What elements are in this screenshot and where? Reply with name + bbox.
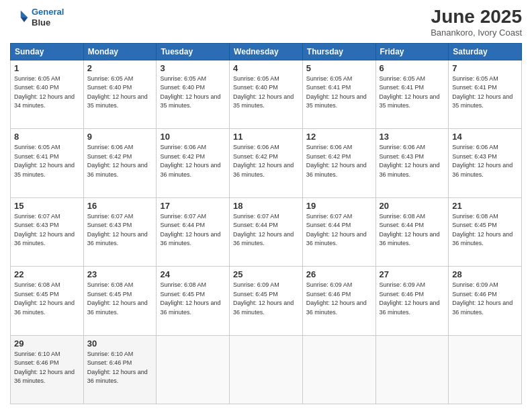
col-saturday: Saturday <box>449 43 522 60</box>
logo-line2: Blue <box>32 17 64 28</box>
day-info: Sunrise: 6:05 AMSunset: 6:40 PMDaylight:… <box>87 75 153 111</box>
day-info: Sunrise: 6:05 AMSunset: 6:40 PMDaylight:… <box>233 75 299 111</box>
calendar-cell: 3Sunrise: 6:05 AMSunset: 6:40 PMDaylight… <box>157 60 230 128</box>
calendar-cell: 16Sunrise: 6:07 AMSunset: 6:43 PMDayligh… <box>83 197 157 266</box>
location: Banankoro, Ivory Coast <box>431 28 522 38</box>
day-info: Sunrise: 6:08 AMSunset: 6:45 PMDaylight:… <box>14 281 80 317</box>
calendar-cell: 30Sunrise: 6:10 AMSunset: 6:46 PMDayligh… <box>83 335 157 404</box>
day-number: 13 <box>380 132 445 142</box>
col-tuesday: Tuesday <box>157 43 230 60</box>
calendar-cell: 22Sunrise: 6:08 AMSunset: 6:45 PMDayligh… <box>11 267 84 335</box>
logo-line1: General <box>32 7 64 17</box>
calendar-cell: 29Sunrise: 6:10 AMSunset: 6:46 PMDayligh… <box>11 335 84 404</box>
calendar-cell: 19Sunrise: 6:07 AMSunset: 6:44 PMDayligh… <box>302 197 375 266</box>
day-number: 29 <box>14 338 80 349</box>
day-number: 11 <box>233 132 299 142</box>
day-number: 2 <box>87 63 153 73</box>
calendar-cell <box>449 335 522 404</box>
day-info: Sunrise: 6:08 AMSunset: 6:45 PMDaylight:… <box>160 281 226 317</box>
day-info: Sunrise: 6:05 AMSunset: 6:40 PMDaylight:… <box>14 75 80 111</box>
header-row: Sunday Monday Tuesday Wednesday Thursday… <box>11 43 522 60</box>
day-info: Sunrise: 6:08 AMSunset: 6:44 PMDaylight:… <box>380 212 445 248</box>
calendar-cell <box>157 335 230 404</box>
calendar-cell: 5Sunrise: 6:05 AMSunset: 6:41 PMDaylight… <box>302 60 375 128</box>
calendar-cell: 28Sunrise: 6:09 AMSunset: 6:46 PMDayligh… <box>449 267 522 335</box>
day-number: 21 <box>452 201 518 211</box>
calendar-cell: 13Sunrise: 6:06 AMSunset: 6:43 PMDayligh… <box>375 129 449 197</box>
day-info: Sunrise: 6:05 AMSunset: 6:41 PMDaylight:… <box>14 143 80 179</box>
day-number: 17 <box>160 201 226 211</box>
day-info: Sunrise: 6:09 AMSunset: 6:46 PMDaylight:… <box>380 281 445 317</box>
calendar-cell <box>302 335 375 404</box>
col-sunday: Sunday <box>11 43 84 60</box>
calendar-cell: 15Sunrise: 6:07 AMSunset: 6:43 PMDayligh… <box>11 197 84 266</box>
calendar-cell: 24Sunrise: 6:08 AMSunset: 6:45 PMDayligh… <box>157 267 230 335</box>
day-number: 19 <box>306 201 372 211</box>
day-number: 25 <box>233 269 299 279</box>
calendar-cell: 11Sunrise: 6:06 AMSunset: 6:42 PMDayligh… <box>230 129 303 197</box>
calendar-cell: 17Sunrise: 6:07 AMSunset: 6:44 PMDayligh… <box>157 197 230 266</box>
logo: General Blue <box>10 7 64 28</box>
calendar-cell: 14Sunrise: 6:06 AMSunset: 6:43 PMDayligh… <box>449 129 522 197</box>
calendar-cell: 9Sunrise: 6:06 AMSunset: 6:42 PMDaylight… <box>83 129 157 197</box>
day-info: Sunrise: 6:06 AMSunset: 6:42 PMDaylight:… <box>306 143 372 179</box>
day-info: Sunrise: 6:06 AMSunset: 6:42 PMDaylight:… <box>87 143 153 179</box>
day-number: 8 <box>14 132 80 142</box>
calendar-header: Sunday Monday Tuesday Wednesday Thursday… <box>11 43 522 60</box>
month-title: June 2025 <box>431 7 522 28</box>
title-area: June 2025 Banankoro, Ivory Coast <box>431 7 522 38</box>
day-info: Sunrise: 6:09 AMSunset: 6:46 PMDaylight:… <box>306 281 372 317</box>
calendar-table: Sunday Monday Tuesday Wednesday Thursday… <box>10 43 522 404</box>
day-number: 30 <box>87 338 153 349</box>
calendar-cell: 6Sunrise: 6:05 AMSunset: 6:41 PMDaylight… <box>375 60 449 128</box>
day-number: 1 <box>14 63 80 73</box>
header: General Blue June 2025 Banankoro, Ivory … <box>10 7 522 38</box>
day-number: 7 <box>452 63 518 73</box>
calendar-cell: 2Sunrise: 6:05 AMSunset: 6:40 PMDaylight… <box>83 60 157 128</box>
day-number: 20 <box>380 201 445 211</box>
day-number: 24 <box>160 269 226 279</box>
day-number: 23 <box>87 269 153 279</box>
day-info: Sunrise: 6:05 AMSunset: 6:41 PMDaylight:… <box>306 75 372 111</box>
calendar-cell: 27Sunrise: 6:09 AMSunset: 6:46 PMDayligh… <box>375 267 449 335</box>
calendar-cell <box>230 335 303 404</box>
day-info: Sunrise: 6:06 AMSunset: 6:42 PMDaylight:… <box>160 143 226 179</box>
col-friday: Friday <box>375 43 449 60</box>
day-number: 14 <box>452 132 518 142</box>
day-info: Sunrise: 6:08 AMSunset: 6:45 PMDaylight:… <box>87 281 153 317</box>
day-number: 22 <box>14 269 80 279</box>
calendar-cell: 20Sunrise: 6:08 AMSunset: 6:44 PMDayligh… <box>375 197 449 266</box>
calendar-cell: 21Sunrise: 6:08 AMSunset: 6:45 PMDayligh… <box>449 197 522 266</box>
calendar-cell: 7Sunrise: 6:05 AMSunset: 6:41 PMDaylight… <box>449 60 522 128</box>
calendar-cell: 1Sunrise: 6:05 AMSunset: 6:40 PMDaylight… <box>11 60 84 128</box>
day-info: Sunrise: 6:07 AMSunset: 6:44 PMDaylight:… <box>306 212 372 248</box>
calendar-cell: 26Sunrise: 6:09 AMSunset: 6:46 PMDayligh… <box>302 267 375 335</box>
day-info: Sunrise: 6:06 AMSunset: 6:43 PMDaylight:… <box>380 143 445 179</box>
day-number: 18 <box>233 201 299 211</box>
day-number: 9 <box>87 132 153 142</box>
calendar-body: 1Sunrise: 6:05 AMSunset: 6:40 PMDaylight… <box>11 60 522 404</box>
day-number: 15 <box>14 201 80 211</box>
day-number: 3 <box>160 63 226 73</box>
day-info: Sunrise: 6:06 AMSunset: 6:43 PMDaylight:… <box>452 143 518 179</box>
calendar-cell <box>375 335 449 404</box>
day-number: 26 <box>306 269 372 279</box>
calendar-cell: 4Sunrise: 6:05 AMSunset: 6:40 PMDaylight… <box>230 60 303 128</box>
day-number: 10 <box>160 132 226 142</box>
logo-icon <box>10 8 29 27</box>
day-info: Sunrise: 6:07 AMSunset: 6:44 PMDaylight:… <box>160 212 226 248</box>
day-info: Sunrise: 6:09 AMSunset: 6:46 PMDaylight:… <box>452 281 518 317</box>
day-info: Sunrise: 6:07 AMSunset: 6:43 PMDaylight:… <box>14 212 80 248</box>
col-thursday: Thursday <box>302 43 375 60</box>
day-info: Sunrise: 6:09 AMSunset: 6:45 PMDaylight:… <box>233 281 299 317</box>
day-number: 28 <box>452 269 518 279</box>
day-info: Sunrise: 6:05 AMSunset: 6:41 PMDaylight:… <box>380 75 445 111</box>
day-info: Sunrise: 6:07 AMSunset: 6:43 PMDaylight:… <box>87 212 153 248</box>
day-info: Sunrise: 6:06 AMSunset: 6:42 PMDaylight:… <box>233 143 299 179</box>
calendar-week-3: 15Sunrise: 6:07 AMSunset: 6:43 PMDayligh… <box>11 197 522 266</box>
day-info: Sunrise: 6:07 AMSunset: 6:44 PMDaylight:… <box>233 212 299 248</box>
day-number: 5 <box>306 63 372 73</box>
page: General Blue June 2025 Banankoro, Ivory … <box>0 0 532 411</box>
col-wednesday: Wednesday <box>230 43 303 60</box>
calendar-cell: 10Sunrise: 6:06 AMSunset: 6:42 PMDayligh… <box>157 129 230 197</box>
